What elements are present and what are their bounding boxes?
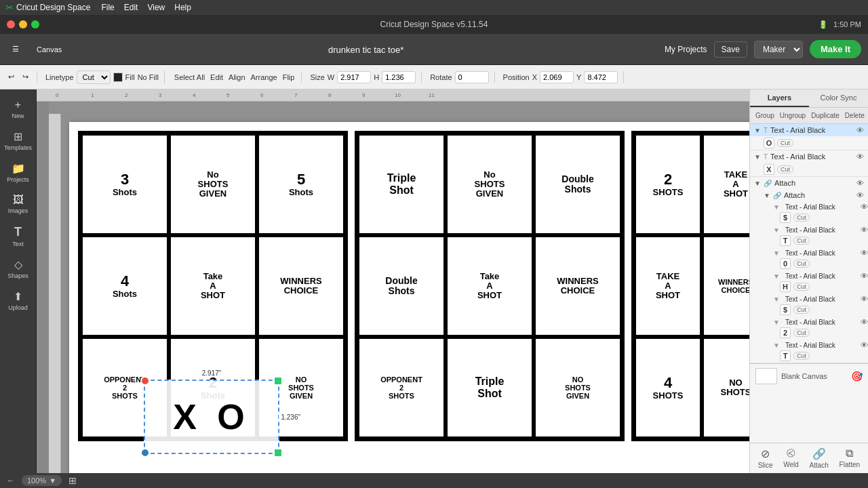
redo-button[interactable]: ↪ <box>20 71 31 83</box>
main-area: + New ⊞ Templates 📁 Projects 🖼 Images T … <box>0 89 868 473</box>
layer-item-text-arial-o[interactable]: ▼ T Text - Arial Black 👁 <box>750 124 868 136</box>
eye-icon-x[interactable]: 👁 <box>856 152 864 161</box>
menu-items: File Edit View Help <box>101 3 191 12</box>
menu-view[interactable]: View <box>147 3 165 12</box>
layer-child-t1: ▼ Text - Arial Black 👁 <box>760 224 868 235</box>
handle-top-right[interactable] <box>273 376 283 386</box>
layer-item-text-arial-x[interactable]: ▼ T Text - Arial Black 👁 <box>750 150 868 163</box>
edit-button[interactable]: Edit <box>209 72 224 83</box>
delete-button[interactable]: Delete <box>842 110 867 121</box>
sidebar-projects[interactable]: 📁 Projects <box>3 158 34 187</box>
cell-2-3: DoubleShots <box>534 134 622 235</box>
slice-button[interactable]: ⊘ Slice <box>758 447 773 469</box>
eye-icon-sub-attach[interactable]: 👁 <box>856 191 864 199</box>
sidebar-templates[interactable]: ⊞ Templates <box>3 126 34 155</box>
eye-icon-o[interactable]: 👁 <box>856 126 864 134</box>
cell-1-3: 5 Shots <box>257 134 345 235</box>
sidebar-shapes[interactable]: ◇ Shapes <box>3 254 34 283</box>
eye-icon-attach[interactable]: 👁 <box>856 179 864 187</box>
window-controls <box>7 20 39 28</box>
canvas-area[interactable]: 0 1 2 3 4 5 6 7 8 9 10 11 3 <box>37 89 749 473</box>
flip-button[interactable]: Flip <box>281 72 296 83</box>
tab-layers[interactable]: Layers <box>750 89 809 107</box>
eye-icon-t1[interactable]: 👁 <box>861 226 868 234</box>
menu-file[interactable]: File <box>101 3 114 12</box>
layer-child-2: ▼ Text - Arial Black 👁 <box>760 317 868 327</box>
eye-icon-s1[interactable]: 👁 <box>861 203 868 211</box>
minimize-button[interactable] <box>19 20 27 28</box>
maximize-button[interactable] <box>31 20 39 28</box>
y-input[interactable] <box>584 71 618 83</box>
eye-icon-h[interactable]: 👁 <box>861 272 868 280</box>
arrange-button[interactable]: Arrange <box>250 72 279 83</box>
layer-child-0: ▼ Text - Arial Black 👁 <box>760 247 868 258</box>
my-projects-button[interactable]: My Projects <box>665 45 707 54</box>
handle-top-left[interactable]: ✕ <box>140 376 150 386</box>
eye-icon-0[interactable]: 👁 <box>861 249 868 257</box>
eye-icon-2[interactable]: 👁 <box>861 318 868 326</box>
bottom-actions: ⊘ Slice ⧀ Weld 🔗 Attach ⧉ Flatten <box>750 443 868 473</box>
sidebar-images[interactable]: 🖼 Images <box>3 190 34 218</box>
window-title: Cricut Design Space v5.11.54 <box>380 20 488 29</box>
layer-group-attach: ▼ 🔗 Attach 👁 ▼ 🔗 Attach 👁 ▼ <box>750 177 868 363</box>
rotate-group: Rotate <box>430 71 494 83</box>
h-label: H <box>374 73 379 81</box>
x-input[interactable] <box>540 71 574 83</box>
layer-child-s2: ▼ Text - Arial Black 👁 <box>760 293 868 304</box>
eye-icon-s2[interactable]: 👁 <box>861 295 868 303</box>
layer-group-x: ▼ T Text - Arial Black 👁 X Cut <box>750 150 868 177</box>
x-label: X <box>532 73 537 81</box>
layer-item-attach[interactable]: ▼ 🔗 Attach 👁 <box>750 177 868 189</box>
rotate-input[interactable] <box>455 71 489 83</box>
status-back-button[interactable]: ← <box>7 476 15 485</box>
select-all-button[interactable]: Select All <box>173 72 206 83</box>
handle-bottom-right[interactable] <box>273 448 283 458</box>
menu-help[interactable]: Help <box>174 3 191 12</box>
group-button[interactable]: Group <box>753 110 777 121</box>
letter-o: O <box>764 138 774 148</box>
attach-button[interactable]: 🔗 Attach <box>810 447 829 469</box>
eye-icon-t2[interactable]: 👁 <box>861 341 868 349</box>
cut-tag-o: Cut <box>777 139 793 147</box>
linetype-label: Linetype <box>45 73 74 81</box>
layer-child-t2: ▼ Text - Arial Black 👁 <box>760 340 868 350</box>
canvas-content[interactable]: 3 Shots NoSHOTSGIVEN 5 Shots 4 Shots <box>49 102 749 473</box>
sidebar-upload[interactable]: ⬆ Upload <box>3 286 34 315</box>
canvas-label[interactable]: Canvas <box>31 43 67 56</box>
width-input[interactable] <box>337 71 371 83</box>
document-title: drunken tic tac toe* <box>328 45 403 55</box>
zoom-fit-button[interactable]: ⊞ <box>68 475 77 486</box>
ungroup-button[interactable]: Ungroup <box>777 110 808 121</box>
layer-item-sub-attach[interactable]: ▼ 🔗 Attach 👁 <box>760 189 868 201</box>
menu-edit[interactable]: Edit <box>124 3 138 12</box>
cell-3-8: NOSHOTS <box>702 337 749 439</box>
hamburger-menu[interactable]: ☰ <box>7 42 24 56</box>
time-display: 1:50 PM <box>833 20 861 29</box>
letter-row-0: 0 Cut <box>760 258 868 270</box>
align-button[interactable]: Align <box>227 72 246 83</box>
handle-bottom-left[interactable] <box>140 448 150 458</box>
color-swatch[interactable] <box>113 73 123 82</box>
zoom-control[interactable]: 100% ▼ <box>22 475 62 486</box>
height-input[interactable] <box>382 71 416 83</box>
linetype-select[interactable]: Cut <box>77 70 111 84</box>
save-button[interactable]: Save <box>714 41 747 58</box>
close-button[interactable] <box>7 20 15 28</box>
cell-2-6: WINNERSCHOICE <box>534 235 622 337</box>
title-bar: Cricut Design Space v5.11.54 🔋 1:50 PM <box>0 15 868 34</box>
maker-select[interactable]: Maker <box>754 41 803 58</box>
duplicate-button[interactable]: Duplicate <box>808 110 842 121</box>
undo-button[interactable]: ↩ <box>5 71 17 83</box>
blank-canvas-label: Blank Canvas <box>781 372 827 380</box>
cell-1-4: 4 Shots <box>81 235 169 337</box>
zoom-chevron-icon: ▼ <box>49 476 56 485</box>
flatten-button[interactable]: ⧉ Flatten <box>840 447 861 469</box>
linetype-group: Linetype Cut Fill No Fill <box>45 70 165 84</box>
tab-color-sync[interactable]: Color Sync <box>809 89 868 107</box>
weld-button[interactable]: ⧀ Weld <box>783 447 799 469</box>
layer-group-o: ▼ T Text - Arial Black 👁 O Cut <box>750 124 868 150</box>
make-it-button[interactable]: Make It <box>810 40 861 58</box>
sidebar-text[interactable]: T Text <box>3 221 34 251</box>
xo-selection[interactable]: ✕ X O 2.917" 1.236" <box>144 380 279 454</box>
sidebar-new[interactable]: + New <box>3 95 34 123</box>
